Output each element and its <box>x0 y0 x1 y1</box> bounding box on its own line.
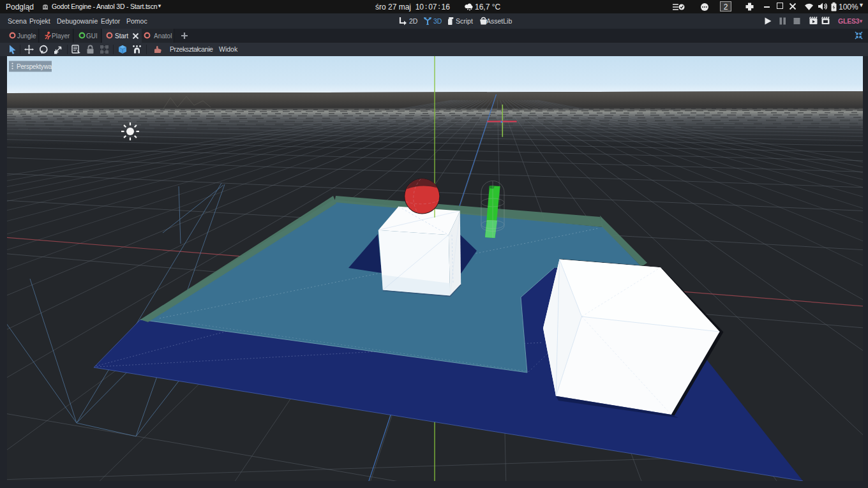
svg-text:Perspektywa: Perspektywa <box>17 63 52 70</box>
